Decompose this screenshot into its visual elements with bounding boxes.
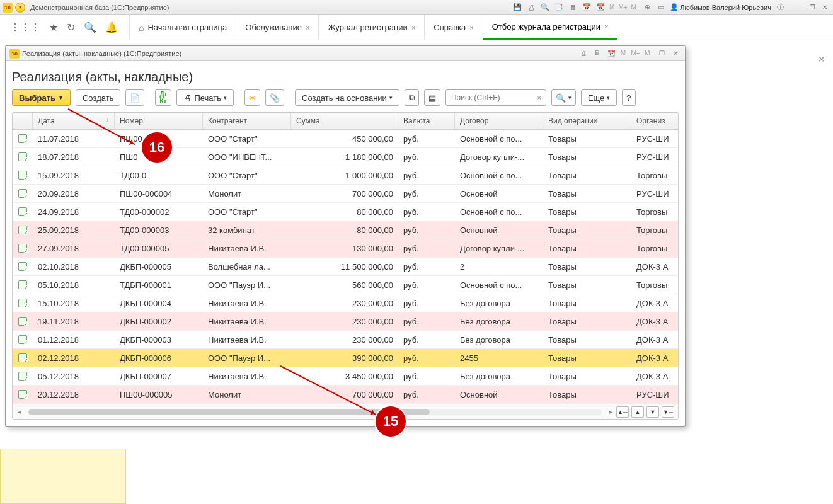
tab-close-icon[interactable]: × [604, 23, 608, 30]
current-user[interactable]: 👤 Любимов Валерий Юрьевич [670, 3, 771, 11]
calendar31-icon[interactable]: 📆 [595, 3, 606, 13]
search-icon[interactable]: 🔍 [84, 21, 96, 33]
bell-icon[interactable]: 🔔 [105, 21, 118, 33]
tab-Отбор журнала регистрации[interactable]: Отбор журнала регистрации× [483, 15, 618, 40]
tab-label: Журнал регистрации [328, 23, 407, 32]
restore-button[interactable]: ❐ [807, 3, 818, 12]
tab-Обслуживание[interactable]: Обслуживание× [236, 15, 318, 40]
app-logo: 1c [3, 3, 13, 13]
memory-m[interactable]: M [609, 3, 614, 13]
save-icon[interactable]: 💾 [512, 3, 522, 13]
tab-label: Начальная страница [147, 23, 227, 32]
app-titlebar: 1c ▾ Демонстрационная база (1С:Предприят… [0, 0, 833, 15]
home-icon: ⌂ [139, 23, 144, 33]
min-button[interactable]: — [794, 3, 805, 12]
history-icon[interactable]: ↻ [67, 21, 75, 33]
tab-Справка[interactable]: Справка× [424, 15, 482, 40]
main-tabbar: ⋮⋮⋮ ★ ↻ 🔍 🔔 ⌂Начальная страницаОбслужива… [0, 15, 833, 40]
tab-label: Обслуживание [245, 23, 302, 32]
preview-icon[interactable]: 🔍 [540, 3, 550, 13]
compare-icon[interactable]: 📑 [554, 3, 564, 13]
tab-Начальная страница[interactable]: ⌂Начальная страница [129, 15, 236, 40]
tab-Журнал регистрации[interactable]: Журнал регистрации× [318, 15, 424, 40]
tab-label: Справка [434, 23, 466, 32]
user-name: Любимов Валерий Юрьевич [680, 4, 771, 11]
tab-close-icon[interactable]: × [411, 24, 415, 32]
memory-mplus[interactable]: M+ [618, 3, 627, 13]
star-icon[interactable]: ★ [49, 21, 58, 33]
memory-mminus[interactable]: M- [631, 3, 639, 13]
tab-close-icon[interactable]: × [306, 24, 309, 32]
print-icon[interactable]: 🖨 [526, 3, 536, 13]
close-button[interactable]: ✕ [819, 3, 830, 12]
tab-label: Отбор журнала регистрации [492, 22, 600, 32]
info-icon[interactable]: ⓘ [775, 3, 785, 13]
zoom-icon[interactable]: ⊕ [642, 3, 652, 13]
apps-icon[interactable]: ⋮⋮⋮ [10, 21, 40, 33]
calc-icon[interactable]: 🖩 [568, 3, 578, 13]
panel-icon[interactable]: ▭ [656, 3, 666, 13]
calendar-icon[interactable]: 📅 [582, 3, 592, 13]
app-menu-dropdown[interactable]: ▾ [15, 3, 25, 13]
tab-close-icon[interactable]: × [469, 24, 473, 32]
app-title: Демонстрационная база (1С:Предприятие) [30, 4, 169, 11]
